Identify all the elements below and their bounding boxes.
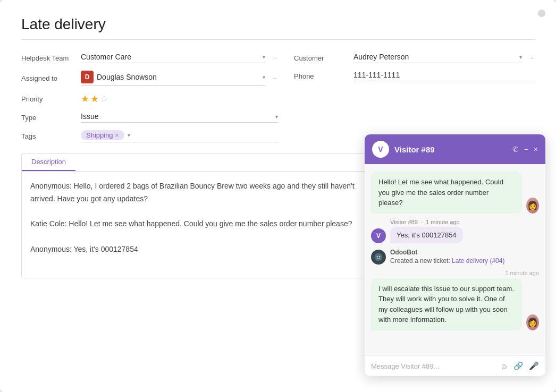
title-divider	[21, 39, 535, 40]
tag-value: Shipping	[86, 131, 113, 139]
chevron-down-icon: ▾	[519, 54, 522, 60]
ticket-window: Late delivery Helpdesk Team Customer Car…	[0, 0, 556, 392]
attachment-icon[interactable]: 🔗	[513, 361, 524, 371]
external-link-icon[interactable]: →	[272, 74, 278, 82]
priority-row: Priority ★ ★ ☆	[21, 93, 278, 105]
odoobot-avatar	[371, 250, 386, 265]
helpdesk-team-label: Helpdesk Team	[21, 54, 74, 62]
visitor-name: Visitor #89	[390, 219, 418, 225]
external-link-icon[interactable]: →	[528, 54, 535, 62]
star-3[interactable]: ☆	[100, 93, 108, 105]
customer-row: Customer Audrey Peterson ▾ →	[294, 53, 535, 63]
chat-input-placeholder[interactable]: Message Visitor #89...	[371, 362, 496, 370]
visitor-message-content: Visitor #89 · 1 minute ago Yes, it's 000…	[390, 219, 463, 243]
minimize-icon[interactable]: −	[524, 145, 528, 154]
agent-message-2-row: 👩 I will escalate this issue to our supp…	[371, 278, 539, 330]
external-link-icon[interactable]: →	[272, 54, 278, 62]
agent-avatar-face-2: 👩	[526, 314, 539, 330]
chat-widget: V Visitor #89 ✆ − × 👩 Hello! Let me see …	[365, 134, 545, 376]
agent-avatar-face: 👩	[526, 198, 539, 214]
microphone-icon[interactable]: 🎤	[529, 361, 539, 371]
phone-label: Phone	[294, 72, 347, 80]
odoobot-row: OdooBot Created a new ticket: Late deliv…	[371, 249, 539, 265]
chevron-down-icon: ▾	[263, 54, 265, 60]
description-body: Anonymous: Hello, I ordered 2 bags of Br…	[22, 172, 372, 278]
description-line-1: Anonymous: Hello, I ordered 2 bags of Br…	[30, 180, 363, 206]
chat-header: V Visitor #89 ✆ − ×	[365, 134, 545, 164]
tab-bar: Description	[22, 154, 372, 172]
agent-avatar-2: 👩	[526, 314, 539, 330]
customer-value: Audrey Peterson	[353, 53, 516, 61]
close-icon[interactable]: ×	[534, 145, 538, 154]
tag-chip: Shipping ×	[81, 130, 124, 140]
chat-visitor-name: Visitor #89	[394, 145, 507, 154]
description-line-2: Katie Cole: Hello! Let me see what happe…	[30, 218, 363, 231]
form-right: Customer Audrey Peterson ▾ → Phone 111-1…	[278, 53, 535, 142]
type-label: Type	[21, 114, 74, 122]
emoji-icon[interactable]: ☺	[500, 362, 508, 371]
type-value: Issue	[81, 112, 272, 121]
tags-field[interactable]: Shipping × ▾	[81, 130, 278, 142]
assigned-to-label: Assigned to	[21, 74, 74, 82]
type-field[interactable]: Issue ▾	[81, 112, 278, 123]
agent-message-2-time: 1 minute ago	[505, 270, 539, 276]
agent-message-1: Hello! Let me see what happened. Could y…	[371, 172, 522, 214]
phone-row: Phone 111-111-1111	[294, 71, 535, 81]
chat-messages: 👩 Hello! Let me see what happened. Could…	[365, 164, 545, 355]
window-control-button[interactable]	[538, 10, 545, 17]
customer-field[interactable]: Audrey Peterson ▾	[353, 53, 522, 63]
chat-header-icons: ✆ − ×	[512, 145, 538, 154]
svg-point-1	[377, 256, 378, 257]
chevron-down-icon: ▾	[128, 132, 130, 138]
agent-avatar: 👩	[526, 198, 539, 214]
form-left: Helpdesk Team Customer Care ▾ → Assigned…	[21, 53, 278, 142]
tab-description[interactable]: Description	[22, 154, 75, 171]
form-grid: Helpdesk Team Customer Care ▾ → Assigned…	[21, 53, 535, 142]
svg-point-2	[379, 256, 380, 257]
tag-remove-icon[interactable]: ×	[115, 132, 119, 139]
chat-input-icons: ☺ 🔗 🎤	[500, 361, 539, 371]
agent-message-2: I will escalate this issue to our suppor…	[371, 278, 522, 330]
phone-icon[interactable]: ✆	[512, 145, 519, 154]
star-2[interactable]: ★	[90, 93, 99, 105]
visitor-name-time: Visitor #89 · 1 minute ago	[390, 219, 463, 225]
star-1[interactable]: ★	[81, 93, 89, 105]
agent-message-1-row: 👩 Hello! Let me see what happened. Could…	[371, 172, 539, 214]
visitor-message-row: V Visitor #89 · 1 minute ago Yes, it's 0…	[371, 219, 539, 243]
type-row: Type Issue ▾	[21, 112, 278, 123]
visitor-time: 1 minute ago	[426, 219, 460, 225]
priority-stars[interactable]: ★ ★ ☆	[81, 93, 108, 105]
ticket-title: Late delivery	[21, 16, 535, 33]
helpdesk-team-field[interactable]: Customer Care ▾	[81, 53, 265, 63]
phone-value: 111-111-1111	[353, 71, 535, 81]
assigned-to-field[interactable]: D Douglas Snowson ▾	[81, 71, 265, 86]
odoobot-name: OdooBot	[390, 249, 504, 256]
visitor-avatar: V	[371, 228, 386, 243]
odoobot-content: OdooBot Created a new ticket: Late deliv…	[390, 249, 504, 265]
chat-visitor-avatar: V	[372, 141, 389, 158]
description-line-3: Anonymous: Yes, it's 000127854	[30, 243, 363, 256]
chevron-down-icon: ▾	[263, 74, 265, 80]
tags-row: Tags Shipping × ▾	[21, 130, 278, 142]
agent-message-2-group: 1 minute ago 👩 I will escalate this issu…	[371, 270, 539, 330]
description-section: Description Anonymous: Hello, I ordered …	[21, 153, 372, 278]
svg-point-0	[375, 253, 383, 261]
customer-label: Customer	[294, 54, 347, 62]
priority-label: Priority	[21, 95, 74, 103]
assigned-to-row: Assigned to D Douglas Snowson ▾ →	[21, 71, 278, 86]
helpdesk-team-row: Helpdesk Team Customer Care ▾ →	[21, 53, 278, 63]
odoobot-text: Created a new ticket: Late delivery (#04…	[390, 257, 504, 265]
ticket-link[interactable]: Late delivery (#04)	[452, 257, 504, 265]
chat-input-bar: Message Visitor #89... ☺ 🔗 🎤	[365, 355, 545, 376]
assigned-to-value: Douglas Snowson	[97, 73, 259, 81]
avatar: D	[81, 71, 94, 83]
helpdesk-team-value: Customer Care	[81, 53, 259, 61]
tags-label: Tags	[21, 132, 74, 140]
visitor-message: Yes, it's 000127854	[390, 227, 463, 243]
